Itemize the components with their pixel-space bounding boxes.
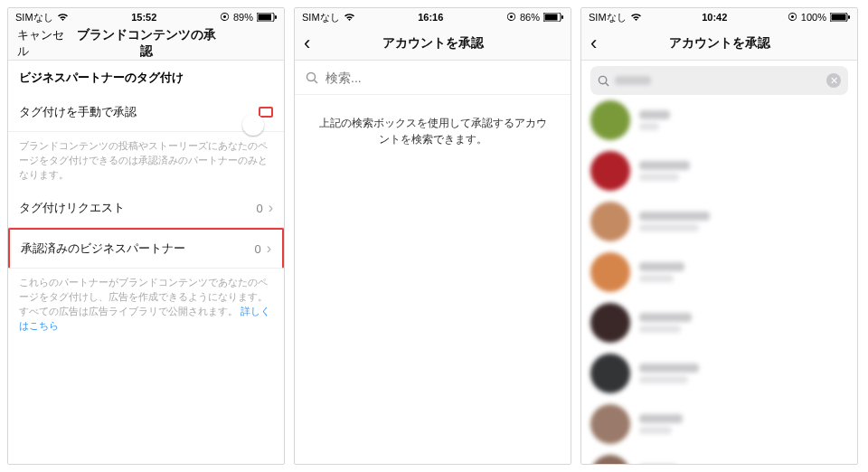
nav-title: アカウントを承認 (648, 35, 790, 52)
screen-3-approve-accounts-list: SIMなし 10:42 ⦿ 100% ‹ アカウントを承認 ✕ (580, 7, 858, 465)
chevron-right-icon: › (267, 241, 271, 256)
orientation-lock-icon: ⦿ (506, 12, 516, 23)
clock: 16:16 (418, 12, 443, 23)
avatar (590, 151, 630, 191)
approved-count: 0 (254, 242, 260, 256)
list-item[interactable] (590, 252, 848, 292)
avatar (590, 455, 630, 464)
svg-rect-10 (848, 15, 850, 19)
wifi-icon (57, 13, 69, 22)
row-label: 承認済みのビジネスパートナー (21, 241, 185, 257)
list-item[interactable] (590, 404, 848, 444)
avatar (590, 404, 630, 444)
status-bar: SIMなし 10:42 ⦿ 100% (581, 8, 857, 26)
search-input[interactable] (326, 71, 560, 85)
back-button[interactable]: ‹ (304, 32, 310, 54)
help-text-2: これらのパートナーがブランドコンテンツであなたのページをタグ付けし、広告を作成で… (8, 269, 284, 340)
search-icon (598, 75, 609, 87)
svg-rect-2 (275, 15, 277, 19)
account-name (639, 212, 710, 221)
account-subtitle (639, 427, 672, 434)
row-approved-partners[interactable]: 承認済みのビジネスパートナー 0› (8, 228, 284, 269)
list-item[interactable] (590, 303, 848, 343)
row-label: タグ付けリクエスト (19, 200, 125, 216)
list-item[interactable] (590, 202, 848, 241)
nav-bar: キャンセル ブランドコンテンツの承認 (8, 26, 284, 61)
svg-rect-4 (544, 14, 557, 21)
screen-2-approve-accounts-search: SIMなし 16:16 ⦿ 86% ‹ アカウントを承認 上記の検索ボックスを使… (294, 7, 571, 465)
wifi-icon (344, 13, 355, 22)
battery-icon (830, 13, 850, 22)
list-item[interactable] (590, 151, 848, 191)
svg-point-6 (307, 72, 316, 80)
svg-line-12 (606, 82, 609, 85)
search-bar (295, 61, 571, 95)
list-item[interactable] (590, 354, 848, 393)
nav-bar: ‹ アカウントを承認 (581, 26, 857, 61)
cancel-button[interactable]: キャンセル (17, 27, 75, 60)
account-subtitle (639, 376, 688, 383)
status-bar: SIMなし 16:16 ⦿ 86% (295, 8, 571, 26)
account-subtitle (639, 123, 659, 130)
account-name (639, 313, 692, 322)
clock: 10:42 (702, 12, 727, 23)
svg-line-7 (315, 80, 318, 83)
nav-bar: ‹ アカウントを承認 (295, 26, 571, 61)
account-subtitle (639, 174, 679, 181)
carrier-label: SIMなし (302, 11, 340, 24)
wifi-icon (630, 13, 642, 22)
avatar (590, 303, 630, 343)
back-button[interactable]: ‹ (590, 32, 597, 54)
account-name (639, 262, 684, 271)
help-text-1: ブランドコンテンツの投稿やストーリーズにあなたのページをタグ付けできるのは承認済… (8, 132, 284, 189)
row-tag-requests[interactable]: タグ付けリクエスト 0› (8, 189, 284, 228)
section-header: ビジネスパートナーのタグ付け (8, 61, 284, 93)
account-name (639, 161, 690, 170)
account-name (639, 110, 670, 119)
svg-rect-9 (832, 14, 846, 21)
empty-state-message: 上記の検索ボックスを使用して承認するアカウントを検索できます。 (295, 95, 571, 168)
account-name (639, 414, 683, 423)
battery-percent: 89% (233, 12, 253, 23)
avatar (590, 100, 630, 140)
battery-percent: 86% (520, 12, 540, 23)
nav-title: ブランドコンテンツの承認 (75, 27, 217, 60)
account-subtitle (639, 275, 674, 282)
screen-1-brand-content: SIMなし 15:52 ⦿ 89% キャンセル ブランドコンテンツの承認 ビジネ… (7, 7, 285, 465)
svg-rect-5 (561, 15, 563, 19)
svg-rect-1 (258, 14, 271, 21)
list-item[interactable] (590, 100, 848, 140)
request-count: 0 (256, 202, 262, 215)
account-name (639, 363, 699, 373)
chevron-right-icon: › (269, 201, 273, 215)
avatar (590, 202, 630, 241)
carrier-label: SIMなし (15, 11, 53, 24)
avatar (590, 252, 630, 292)
avatar (590, 354, 630, 393)
search-bar: ✕ (590, 66, 848, 95)
toggle-label: タグ付けを手動で承認 (19, 104, 137, 120)
account-subtitle (639, 326, 681, 333)
battery-percent: 100% (801, 12, 826, 23)
battery-icon (257, 13, 277, 22)
clear-search-button[interactable]: ✕ (826, 73, 841, 88)
search-input[interactable] (615, 76, 651, 85)
toggle-knob (242, 114, 264, 136)
svg-point-11 (599, 76, 606, 83)
status-bar: SIMなし 15:52 ⦿ 89% (8, 8, 284, 26)
account-list (581, 100, 857, 464)
orientation-lock-icon: ⦿ (788, 12, 797, 23)
battery-icon (543, 13, 563, 22)
search-icon (306, 71, 318, 84)
toggle-row-manual-approval: タグ付けを手動で承認 (8, 93, 284, 132)
nav-title: アカウントを承認 (362, 35, 504, 52)
account-subtitle (639, 224, 699, 231)
orientation-lock-icon: ⦿ (220, 12, 230, 23)
carrier-label: SIMなし (589, 11, 627, 24)
list-item[interactable] (590, 455, 848, 464)
clock: 15:52 (131, 12, 156, 23)
